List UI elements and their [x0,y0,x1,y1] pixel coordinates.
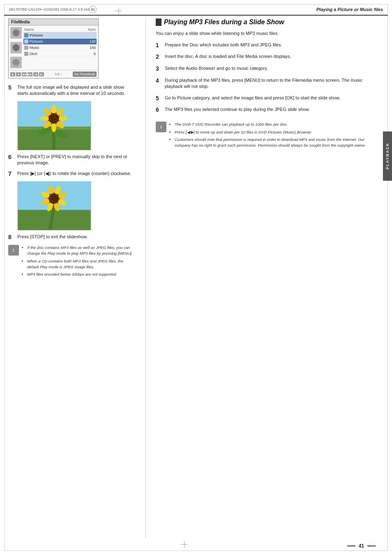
svg-point-18 [51,122,56,132]
right-step-2: 2 Insert the disc. A disc is loaded and … [156,53,380,60]
left-column: FileMedia [8,18,136,539]
column-divider [145,18,146,539]
playback-tab: PLAYBACK [383,131,392,181]
table-row[interactable]: DivX 0 [23,51,97,57]
right-step-1-num: 1 [156,42,161,49]
photo-1 [17,101,91,150]
right-note-2: Press [◀/▶] to move up and down per 10 f… [175,129,380,135]
doc-id: 0817DTBD-LN11PA-AGN(GB) 2006.8.17 4:8 AM [9,7,89,12]
svg-point-20 [58,116,68,121]
play-btn[interactable]: ▶ [10,72,15,76]
right-notes: The DVB-T DVD Recorder can playback up t… [170,122,380,150]
step-6-num: 6 [8,154,14,161]
skip-next-btn[interactable]: ▶| [39,72,44,76]
footer-rule-right [367,546,376,546]
step-5-text: The full size image will be displayed an… [17,84,136,97]
svg-point-26 [50,116,52,117]
svg-point-5 [16,47,17,48]
right-note-box: i The DVB-T DVD Recorder can playback up… [156,122,380,150]
svg-point-29 [51,118,53,120]
right-steps: 1 Prepare the Disc which includes both M… [156,42,380,114]
next-btn[interactable]: ▶▶ [28,72,32,76]
left-notes: If the disc contains MP3 files as well a… [22,245,136,279]
prev-btn[interactable]: ◀◀ [22,72,27,76]
table-row[interactable]: Music 150 [23,45,97,51]
fm-icon-disc1 [10,27,22,39]
right-note-1: The DVB-T DVD Recorder can playback up t… [175,122,380,127]
right-step-1: 1 Prepare the Disc which includes both M… [156,42,380,49]
left-note-box: i If the disc contains MP3 files as well… [8,245,136,279]
table-row[interactable]: Pictures 130 [23,39,97,45]
right-step-4: 4 During playback of the MP3 files, pres… [156,77,380,90]
right-step-5-num: 5 [156,95,161,102]
filemedia-icons [10,27,22,68]
main-content: FileMedia [8,18,380,539]
right-step-2-text: Insert the disc. A disc is loaded and Fi… [165,53,291,60]
right-step-1-text: Prepare the Disc which includes both MP3… [165,42,282,48]
right-step-6: 6 The MP3 files you selected continue to… [156,106,380,113]
step-8: 8 Press [STOP] to exit the slideshow. [8,234,136,241]
right-step-3: 3 Select the Audio Browser and go to mus… [156,65,380,72]
right-note-icon: i [156,122,166,132]
filemedia-content: Name Num Pictures Pictures 130 [9,25,98,70]
left-note-2: When a CD contains both MP3 files and JP… [27,258,136,270]
step-6: 6 Press [NEXT] or [PREV] to manually ski… [8,154,136,166]
svg-point-30 [55,118,56,120]
right-step-6-num: 6 [156,106,161,113]
page-number: 41 [347,543,376,549]
right-step-4-text: During playback of the MP3 files, press … [165,77,380,90]
row-icon [24,52,28,56]
right-step-5-text: Go to Picture category, and select the i… [165,95,340,101]
left-note-3: MP3 files encoded below 32kbps are not s… [27,272,136,277]
svg-point-8 [16,62,17,63]
header-title: Playing a Picture or Music files [316,7,383,12]
filemedia-list: Name Num Pictures Pictures 130 [23,27,97,68]
svg-point-31 [53,121,55,122]
page-footer: 41 [0,543,392,549]
step-8-text: Press [STOP] to exit the slideshow. [17,234,88,240]
row-icon [24,46,28,50]
intro-text: You can enjoy a slide show while listeni… [156,30,380,37]
section-title-text: Playing MP3 Files during a Slide Show [164,18,284,26]
row-icon [24,33,28,37]
right-step-3-num: 3 [156,65,161,72]
right-note-3: Customers should note that permission is… [175,137,380,149]
header-circle: 41 [89,6,97,13]
skip-prev-btn[interactable]: |◀ [33,72,38,76]
header: 0817DTBD-LN11PA-AGN(GB) 2006.8.17 4:8 AM… [4,4,388,16]
left-note-1: If the disc contains MP3 files as well a… [27,245,136,257]
right-step-2-num: 2 [156,53,161,60]
footer-page-num: 41 [357,543,366,549]
step-8-num: 8 [8,234,14,241]
step-5: 5 The full size image will be displayed … [8,84,136,97]
fm-page-info: 1/3 ↓ [55,72,62,76]
stop-btn[interactable]: ■ [16,72,21,76]
step-5-num: 5 [8,84,14,91]
right-step-4-num: 4 [156,77,161,84]
right-step-5: 5 Go to Picture category, and select the… [156,95,380,102]
no-thumbnail-label: No Thumbnail [73,71,97,77]
svg-point-2 [16,32,17,34]
filemedia-title: FileMedia [9,19,98,25]
note-icon: i [8,245,19,256]
step-6-text: Press [NEXT] or [PREV] to manually skip … [17,154,136,166]
fm-icon-disc3 [10,57,22,68]
right-step-3-text: Select the Audio Browser and go to music… [165,65,268,71]
step-7-text: Press [▶] (or [◀]) to rotate the image (… [17,170,131,177]
svg-point-17 [51,105,56,115]
photo-2 [17,181,91,230]
step-7: 7 Press [▶] (or [◀]) to rotate the image… [8,170,136,177]
title-bar-icon [156,18,161,26]
playback-tab-label: PLAYBACK [385,143,390,169]
section-title: Playing MP3 Files during a Slide Show [156,18,380,26]
right-step-6-text: The MP3 files you selected continue to p… [165,106,310,113]
fm-icon-disc2 [10,42,22,53]
filemedia-box: FileMedia [8,18,99,78]
row-icon [24,39,28,44]
table-row[interactable]: Pictures [23,32,97,39]
filemedia-bottom: ▶ ■ ◀◀ ▶▶ |◀ ▶| 1/3 ↓ No Thumbnail [9,70,98,78]
footer-rule-left [347,546,355,546]
step-7-num: 7 [8,170,14,177]
svg-point-27 [53,115,55,117]
svg-point-19 [40,116,50,121]
